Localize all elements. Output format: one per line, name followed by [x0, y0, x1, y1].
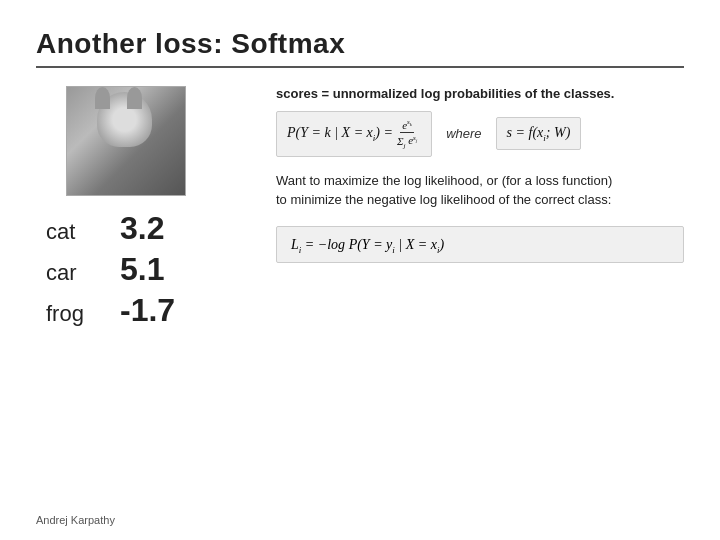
class-label-frog: frog	[46, 301, 96, 327]
main-content: cat 3.2 car 5.1 frog -1.7 scores = unnor…	[36, 86, 684, 329]
slide-title: Another loss: Softmax	[36, 28, 684, 60]
want-text: Want to maximize the log likelihood, or …	[276, 171, 616, 210]
score-table: cat 3.2 car 5.1 frog -1.7	[46, 210, 175, 329]
slide-container: Another loss: Softmax cat 3.2 car 5.1 fr…	[0, 0, 720, 540]
softmax-formula: P(Y = k | X = xi) = esk Σj esj	[276, 111, 432, 157]
table-row: car 5.1	[46, 251, 175, 288]
loss-formula: Li = −log P(Y = yi | X = xi)	[276, 226, 684, 264]
score-value-car: 5.1	[120, 251, 164, 288]
formula-lhs: P(Y = k | X = xi) =	[287, 125, 393, 143]
score-value-frog: -1.7	[120, 292, 175, 329]
left-panel: cat 3.2 car 5.1 frog -1.7	[36, 86, 256, 329]
class-label-cat: cat	[46, 219, 96, 245]
sw-formula-text: s = f(xi; W)	[507, 125, 571, 140]
score-value-cat: 3.2	[120, 210, 164, 247]
cat-image	[66, 86, 186, 196]
title-divider	[36, 66, 684, 68]
cat-image-inner	[67, 87, 185, 195]
footer-credit: Andrej Karpathy	[36, 514, 115, 526]
loss-formula-text: Li = −log P(Y = yi | X = xi)	[291, 237, 444, 252]
right-panel: scores = unnormalized log probabilities …	[256, 86, 684, 329]
scores-description: scores = unnormalized log probabilities …	[276, 86, 684, 101]
table-row: cat 3.2	[46, 210, 175, 247]
class-label-car: car	[46, 260, 96, 286]
formula-row: P(Y = k | X = xi) = esk Σj esj where s =…	[276, 111, 684, 157]
formula-denominator: Σj esj	[395, 133, 419, 150]
formula-numerator: esk	[400, 118, 414, 133]
table-row: frog -1.7	[46, 292, 175, 329]
formula-fraction: esk Σj esj	[395, 118, 419, 150]
sw-formula: s = f(xi; W)	[496, 117, 582, 150]
where-label: where	[446, 126, 481, 141]
